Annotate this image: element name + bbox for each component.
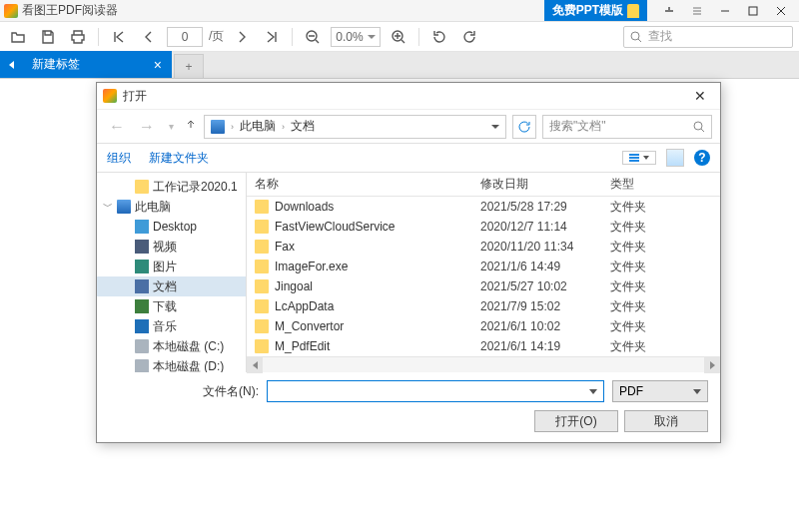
file-type: 文件夹 (610, 219, 720, 236)
sidebar-item[interactable]: 下载 (97, 296, 246, 316)
sidebar-item-label: 此电脑 (135, 199, 171, 216)
zoom-in-button[interactable] (387, 25, 410, 49)
path-breadcrumb[interactable]: › 此电脑 › 文档 (204, 115, 506, 139)
file-row[interactable]: Downloads2021/5/28 17:29文件夹 (247, 197, 720, 217)
desktop-icon (135, 220, 149, 234)
doc-icon (135, 279, 149, 293)
sidebar-item[interactable]: 本地磁盘 (D:) (97, 356, 246, 372)
file-date: 2021/5/27 10:02 (480, 279, 610, 293)
file-list-header: 名称 修改日期 类型 (247, 173, 720, 197)
sidebar-item-label: 图片 (153, 259, 177, 275)
search-input[interactable]: 查找 (623, 26, 793, 48)
save-button[interactable] (36, 25, 60, 49)
file-row[interactable]: Fax2020/11/20 11:34文件夹 (247, 237, 720, 257)
tab-active[interactable]: 新建标签 × (22, 51, 172, 78)
file-type: 文件夹 (610, 338, 720, 355)
tab-bar: 新建标签 × + (0, 52, 799, 79)
sidebar-item[interactable]: 文档 (97, 276, 246, 296)
tab-menu-button[interactable] (0, 51, 22, 78)
file-name: LcAppData (275, 299, 480, 313)
filename-input[interactable] (267, 380, 604, 402)
sidebar-item-label: 视频 (153, 239, 177, 256)
last-page-button[interactable] (260, 25, 284, 49)
organize-button[interactable]: 组织 (107, 150, 131, 167)
column-name[interactable]: 名称 (255, 176, 480, 193)
minimize-button[interactable] (711, 1, 739, 21)
pic-icon (135, 260, 149, 273)
prev-page-button[interactable] (137, 25, 161, 49)
file-name: M_PdfEdit (275, 339, 480, 353)
cancel-button[interactable]: 取消 (624, 410, 708, 432)
column-date[interactable]: 修改日期 (480, 176, 610, 193)
sidebar-item[interactable]: 本地磁盘 (C:) (97, 336, 246, 356)
app-titlebar: 看图王PDF阅读器 免费PPT模版 (0, 0, 799, 22)
file-row[interactable]: M_PdfEdit2021/6/1 14:19文件夹 (247, 336, 720, 356)
dialog-search-input[interactable]: 搜索"文档" (542, 115, 712, 139)
folder-icon (255, 339, 269, 353)
settings-icon[interactable] (655, 1, 683, 21)
horizontal-scrollbar[interactable] (247, 356, 720, 372)
nav-up-button[interactable] (184, 118, 198, 135)
help-button[interactable]: ? (694, 150, 710, 166)
tab-add-button[interactable]: + (174, 54, 204, 78)
page-label: /页 (209, 28, 224, 45)
close-button[interactable] (767, 1, 795, 21)
file-date: 2021/5/28 17:29 (480, 200, 610, 214)
dialog-close-button[interactable]: ✕ (686, 88, 714, 104)
rotate-left-button[interactable] (427, 25, 451, 49)
dialog-sidebar: 工作记录2020.1﹀此电脑Desktop视频图片文档下载音乐本地磁盘 (C:)… (97, 173, 247, 372)
file-row[interactable]: ImageFor.exe2021/1/6 14:49文件夹 (247, 257, 720, 276)
file-date: 2021/7/9 15:02 (480, 299, 610, 313)
file-row[interactable]: LcAppData2021/7/9 15:02文件夹 (247, 296, 720, 316)
app-title: 看图王PDF阅读器 (22, 2, 118, 19)
scroll-left-button[interactable] (247, 357, 263, 373)
menu-icon[interactable] (683, 1, 711, 21)
sidebar-item[interactable]: 视频 (97, 237, 246, 257)
file-date: 2020/12/7 11:14 (480, 220, 610, 234)
refresh-button[interactable] (512, 115, 536, 139)
sidebar-item[interactable]: Desktop (97, 217, 246, 237)
search-icon (630, 31, 642, 43)
view-mode-button[interactable] (622, 151, 656, 165)
sidebar-item-label: 本地磁盘 (D:) (153, 358, 224, 373)
scroll-right-button[interactable] (704, 357, 720, 373)
next-page-button[interactable] (230, 25, 254, 49)
file-date: 2021/6/1 14:19 (480, 339, 610, 353)
maximize-button[interactable] (739, 1, 767, 21)
sidebar-item[interactable]: 图片 (97, 257, 246, 276)
promo-banner[interactable]: 免费PPT模版 (544, 0, 647, 21)
sidebar-item[interactable]: 音乐 (97, 316, 246, 336)
sidebar-item-label: 下载 (153, 298, 177, 315)
open-file-button[interactable] (6, 25, 30, 49)
sidebar-item[interactable]: ﹀此电脑 (97, 197, 246, 217)
filetype-select[interactable]: PDF (612, 380, 708, 402)
svg-point-6 (694, 122, 702, 130)
sidebar-item[interactable]: 工作记录2020.1 (97, 177, 246, 197)
column-type[interactable]: 类型 (610, 176, 720, 193)
first-page-button[interactable] (107, 25, 131, 49)
preview-toggle-button[interactable] (666, 149, 684, 167)
sidebar-item-label: 文档 (153, 278, 177, 295)
file-type: 文件夹 (610, 318, 720, 335)
rotate-right-button[interactable] (457, 25, 481, 49)
file-area: 名称 修改日期 类型 Downloads2021/5/28 17:29文件夹Fa… (247, 173, 720, 372)
nav-history-button[interactable]: ▾ (165, 121, 178, 132)
page-input[interactable]: 0 (167, 27, 203, 47)
file-name: Downloads (275, 200, 480, 214)
file-type: 文件夹 (610, 199, 720, 216)
promo-text: 免费PPT模版 (552, 2, 623, 19)
tab-close-icon[interactable]: × (154, 58, 162, 72)
nav-back-button[interactable]: ← (105, 118, 129, 136)
file-row[interactable]: FastViewCloudService2020/12/7 11:14文件夹 (247, 217, 720, 237)
file-name: Jingoal (275, 279, 480, 293)
file-type: 文件夹 (610, 239, 720, 256)
new-folder-button[interactable]: 新建文件夹 (149, 150, 209, 167)
folder-icon (255, 299, 269, 313)
zoom-out-button[interactable] (301, 25, 325, 49)
zoom-select[interactable]: 0.0% (331, 27, 380, 47)
print-button[interactable] (66, 25, 90, 49)
open-button[interactable]: 打开(O) (534, 410, 618, 432)
file-row[interactable]: Jingoal2021/5/27 10:02文件夹 (247, 276, 720, 296)
nav-forward-button[interactable]: → (135, 118, 159, 136)
file-row[interactable]: M_Convertor2021/6/1 10:02文件夹 (247, 316, 720, 336)
